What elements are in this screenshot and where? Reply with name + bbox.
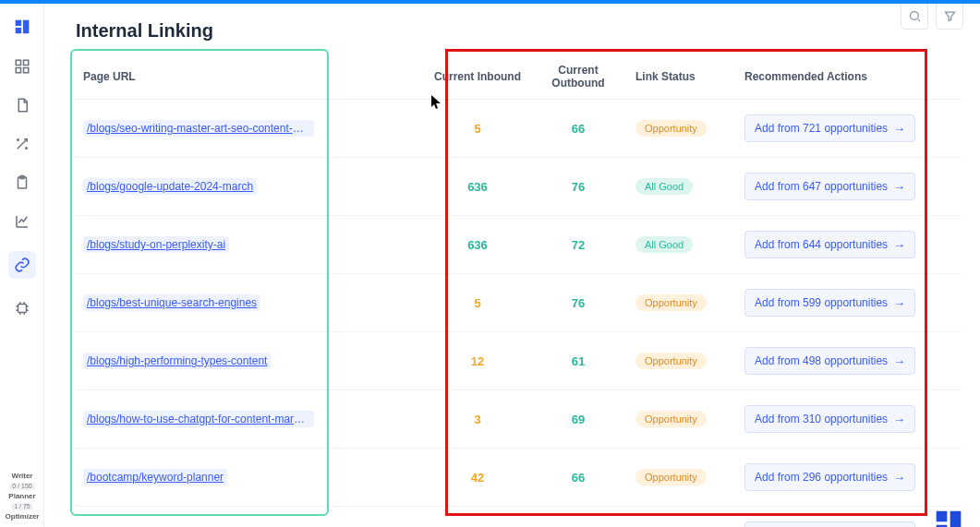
- col-header-actions[interactable]: Recommended Actions: [737, 54, 962, 100]
- svg-point-5: [25, 148, 27, 150]
- clipboard-icon[interactable]: [13, 174, 31, 192]
- table-row: /features/ai-writing761OpportunityAdd fr…: [76, 507, 962, 528]
- svg-rect-2: [16, 68, 20, 73]
- action-button-label: Add from 498 opportunities: [755, 354, 888, 367]
- add-opportunities-button[interactable]: Add from 647 opportunities→: [744, 173, 915, 200]
- inbound-count: 12: [471, 354, 484, 368]
- col-header-outbound[interactable]: Current Outbound: [528, 54, 628, 100]
- writer-count: 0 / 150: [9, 483, 34, 490]
- svg-rect-0: [16, 60, 20, 65]
- page-url-link[interactable]: /blogs/study-on-perplexity-ai: [83, 236, 229, 253]
- col-header-status[interactable]: Link Status: [628, 54, 737, 100]
- chart-line-icon[interactable]: [13, 212, 31, 231]
- arrow-right-icon: →: [893, 123, 905, 135]
- action-button-label: Add from 647 opportunities: [755, 180, 888, 193]
- search-button[interactable]: [901, 4, 928, 30]
- inbound-count: 42: [471, 471, 484, 485]
- table-row: /blogs/high-performing-types-content1261…: [76, 332, 962, 390]
- filter-button[interactable]: [936, 4, 963, 30]
- inbound-count: 5: [474, 296, 480, 310]
- col-header-inbound[interactable]: Current Inbound: [427, 54, 528, 100]
- page-title: Internal Linking: [76, 20, 962, 42]
- outbound-count: 72: [572, 238, 585, 252]
- outbound-count: 66: [572, 122, 585, 136]
- status-badge: Opportunity: [635, 411, 707, 427]
- sidebar: Writer 0 / 150 Planner 1 / 75 Optimizer: [0, 4, 44, 527]
- inbound-count: 636: [467, 180, 488, 194]
- table-row: /bootcamp/keyword-planner4266Opportunity…: [76, 449, 962, 507]
- link-icon[interactable]: [8, 251, 36, 279]
- svg-rect-3: [23, 68, 28, 73]
- chip-icon[interactable]: [13, 299, 31, 317]
- table-row: /blogs/seo-writing-master-art-seo-conten…: [76, 100, 962, 158]
- optimizer-label: Optimizer: [6, 512, 40, 521]
- arrow-right-icon: →: [893, 297, 905, 309]
- writer-label: Writer: [12, 472, 33, 480]
- links-table: Page URL Current Inbound Current Outboun…: [76, 54, 962, 527]
- arrow-right-icon: →: [893, 413, 905, 425]
- arrow-right-icon: →: [893, 472, 905, 484]
- outbound-count: 76: [572, 180, 585, 194]
- outbound-count: 61: [572, 354, 585, 368]
- table-row: /blogs/best-unique-search-engines576Oppo…: [76, 274, 962, 332]
- add-opportunities-button[interactable]: Add from 644 opportunities→: [744, 231, 915, 258]
- action-button-label: Add from 310 opportunities: [755, 413, 888, 425]
- table-row: /blogs/how-to-use-chatgpt-for-content-ma…: [76, 390, 962, 449]
- svg-point-4: [17, 139, 18, 141]
- status-badge: Opportunity: [635, 294, 707, 311]
- add-opportunities-button[interactable]: Add from 296 opportunities→: [744, 463, 915, 491]
- action-button-label: Add from 296 opportunities: [755, 471, 888, 484]
- add-opportunities-button[interactable]: Add from 721 opportunities→: [744, 114, 915, 142]
- page-url-link[interactable]: /blogs/high-performing-types-content: [83, 353, 271, 369]
- arrow-right-icon: →: [893, 181, 905, 193]
- status-badge: Opportunity: [635, 120, 707, 137]
- add-opportunities-button[interactable]: Add from 294 opportunities→: [744, 521, 915, 527]
- outbound-count: 76: [572, 296, 585, 310]
- page-url-link[interactable]: /blogs/how-to-use-chatgpt-for-content-ma…: [83, 411, 314, 427]
- page-url-link[interactable]: /bootcamp/keyword-planner: [83, 469, 227, 485]
- dashboard-icon[interactable]: [13, 57, 31, 76]
- action-button-label: Add from 721 opportunities: [755, 122, 888, 135]
- arrow-right-icon: →: [893, 355, 905, 367]
- arrow-right-icon: →: [893, 239, 905, 251]
- footer-logo-icon: [930, 505, 967, 527]
- page-url-link[interactable]: /blogs/google-update-2024-march: [83, 178, 257, 195]
- outbound-count: 66: [572, 471, 585, 485]
- add-opportunities-button[interactable]: Add from 310 opportunities→: [744, 405, 915, 433]
- status-badge: Opportunity: [635, 353, 707, 369]
- document-icon[interactable]: [13, 96, 31, 114]
- status-badge: Opportunity: [635, 469, 707, 485]
- filter-icon: [943, 9, 957, 23]
- inbound-count: 636: [467, 238, 488, 252]
- page-url-link[interactable]: /blogs/seo-writing-master-art-seo-conten…: [83, 120, 314, 137]
- search-icon: [908, 9, 922, 23]
- action-button-label: Add from 599 opportunities: [755, 296, 888, 309]
- svg-rect-1: [23, 60, 28, 65]
- status-badge: All Good: [635, 178, 693, 195]
- page-url-link[interactable]: /blogs/best-unique-search-engines: [83, 294, 260, 311]
- magic-wand-icon[interactable]: [13, 135, 31, 153]
- table-row: /blogs/google-update-2024-march63676All …: [76, 158, 962, 216]
- inbound-count: 5: [474, 122, 480, 136]
- add-opportunities-button[interactable]: Add from 498 opportunities→: [744, 347, 915, 375]
- svg-rect-8: [18, 305, 26, 313]
- app-logo-icon: [12, 17, 32, 37]
- svg-point-9: [910, 11, 918, 19]
- planner-label: Planner: [8, 492, 35, 500]
- action-button-label: Add from 644 opportunities: [755, 238, 888, 251]
- col-header-url[interactable]: Page URL: [76, 54, 427, 100]
- table-row: /blogs/study-on-perplexity-ai63672All Go…: [76, 216, 962, 274]
- add-opportunities-button[interactable]: Add from 599 opportunities→: [744, 289, 915, 317]
- status-badge: All Good: [635, 236, 693, 253]
- planner-count: 1 / 75: [11, 503, 33, 510]
- inbound-count: 3: [474, 413, 480, 426]
- outbound-count: 69: [572, 413, 585, 426]
- sidebar-usage-meter: Writer 0 / 150 Planner 1 / 75 Optimizer: [0, 470, 44, 521]
